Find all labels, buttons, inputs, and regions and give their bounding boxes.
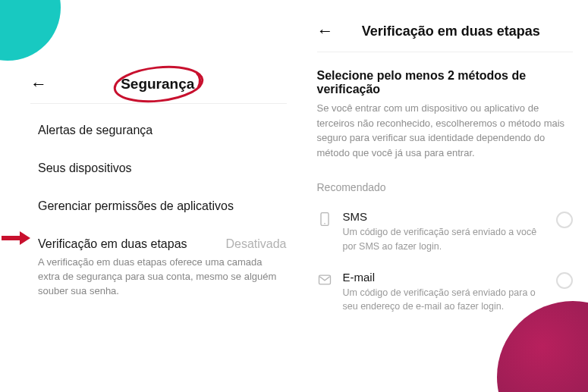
method-option-sms[interactable]: SMS Um código de verificação será enviad… bbox=[317, 210, 574, 254]
two-step-description: A verificação em duas etapas oferece uma… bbox=[38, 256, 287, 299]
page-title-two-step: Verificação em duas etapas bbox=[362, 24, 540, 39]
method-body: SMS Um código de verificação será enviad… bbox=[343, 210, 546, 254]
back-arrow-icon[interactable]: ← bbox=[30, 76, 47, 93]
section-description: Se você entrar com um dispositivo ou apl… bbox=[317, 101, 574, 160]
menu-item-label: Gerenciar permissões de aplicativos bbox=[38, 199, 287, 213]
page-title-security: Segurança bbox=[121, 76, 194, 93]
security-menu-list: Alertas de segurança Seus dispositivos G… bbox=[30, 111, 287, 311]
security-settings-pane: ← Segurança Alertas de segurança Seus di… bbox=[0, 0, 302, 392]
left-header: ← Segurança bbox=[30, 76, 287, 104]
method-label: E-mail bbox=[343, 271, 546, 284]
back-arrow-icon[interactable]: ← bbox=[317, 23, 334, 39]
mail-icon bbox=[317, 272, 332, 287]
annotation-arrow-icon bbox=[0, 230, 32, 246]
method-description: Um código de verificação será enviado a … bbox=[343, 225, 546, 254]
title-text: Segurança bbox=[121, 76, 194, 92]
menu-item-label: Verificação em duas etapas bbox=[38, 237, 187, 251]
svg-point-2 bbox=[324, 223, 325, 224]
method-label: SMS bbox=[343, 210, 546, 223]
section-heading: Selecione pelo menos 2 métodos de verifi… bbox=[317, 69, 574, 96]
menu-item-security-alerts[interactable]: Alertas de segurança bbox=[30, 111, 287, 149]
method-description: Um código de verificação será enviado pa… bbox=[343, 286, 546, 315]
method-radio-email[interactable] bbox=[556, 272, 573, 289]
recommended-label: Recomendado bbox=[317, 181, 574, 193]
phone-icon bbox=[317, 212, 332, 227]
menu-item-label: Seus dispositivos bbox=[38, 162, 287, 175]
right-header: ← Verificação em duas etapas bbox=[317, 23, 574, 52]
two-step-status: Desativada bbox=[225, 237, 286, 251]
menu-item-manage-app-permissions[interactable]: Gerenciar permissões de aplicativos bbox=[30, 187, 287, 225]
method-option-email[interactable]: E-mail Um código de verificação será env… bbox=[317, 271, 574, 315]
method-body: E-mail Um código de verificação será env… bbox=[343, 271, 546, 315]
method-radio-sms[interactable] bbox=[556, 212, 573, 228]
menu-item-your-devices[interactable]: Seus dispositivos bbox=[30, 149, 287, 187]
menu-item-two-step-verification[interactable]: Verificação em duas etapas Desativada A … bbox=[30, 225, 287, 311]
two-step-setup-pane: ← Verificação em duas etapas Selecione p… bbox=[302, 0, 589, 392]
menu-item-label: Alertas de segurança bbox=[38, 124, 287, 137]
